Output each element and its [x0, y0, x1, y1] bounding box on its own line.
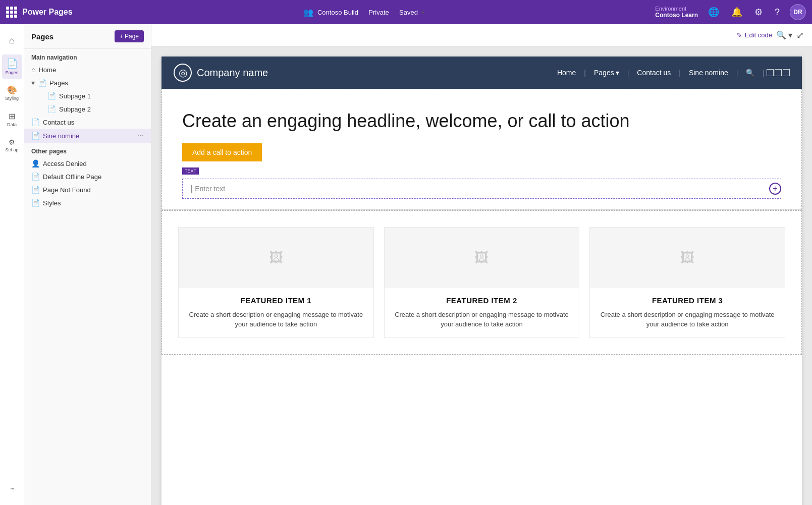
nav-item-offline[interactable]: 📄 Default Offline Page	[24, 170, 151, 183]
featured-item-title-2: FEATURED ITEM 2	[393, 296, 571, 305]
content-area: ✎ Edit code 🔍 ▾ ⤢ ◎ Company name	[151, 24, 812, 505]
nav-item-sine-nomine[interactable]: 📄 Sine nomine ···	[24, 129, 151, 143]
add-page-button[interactable]: + Page	[115, 30, 144, 42]
access-denied-icon: 👤	[31, 159, 40, 167]
nav-item-pages-label: Pages	[49, 79, 144, 87]
sidebar-styling-label: Styling	[5, 96, 19, 101]
nav-sep-3: |	[679, 69, 681, 77]
featured-item-title-3: FEATURED ITEM 3	[598, 296, 777, 305]
featured-image-1: 🖼	[179, 228, 373, 288]
nav-item-home[interactable]: ⌂ Home	[24, 63, 151, 76]
add-section-button[interactable]: +	[769, 183, 781, 195]
nav-link-home[interactable]: Home	[551, 66, 582, 80]
sidebar-item-home[interactable]: ⌂	[2, 28, 22, 52]
nav-item-contact-label: Contact us	[43, 119, 144, 126]
site-nav-links: Home | Pages▾ | Contact us | Sine nomine…	[551, 66, 790, 80]
nav-item-pages[interactable]: ▾ 📄 Pages	[24, 76, 151, 89]
nav-link-pages[interactable]: Pages▾	[588, 66, 625, 80]
site-logo-icon: ◎	[174, 64, 192, 82]
home-nav-icon: ⌂	[31, 66, 35, 74]
site-privacy: -	[362, 9, 364, 16]
edit-code-label: Edit code	[745, 31, 772, 39]
contact-icon: 📄	[31, 118, 40, 126]
pages-panel-header: Pages + Page	[24, 24, 151, 49]
pages-nav-icon: 📄	[38, 79, 46, 87]
site-sep: -	[393, 9, 395, 16]
edit-toolbar: ✎ Edit code 🔍 ▾ ⤢	[151, 24, 812, 46]
sidebar-item-styling[interactable]: 🎨 Styling	[2, 81, 22, 105]
more-options-icon[interactable]: ···	[137, 131, 144, 140]
nav-item-contact[interactable]: 📄 Contact us	[24, 116, 151, 129]
nav-item-subpage1[interactable]: 📄 Subpage 1	[24, 89, 151, 102]
expand-button[interactable]: ⤢	[796, 30, 804, 41]
logo-circle-icon: ◎	[179, 67, 187, 79]
nav-sep-2: |	[627, 69, 629, 77]
subpage1-icon: 📄	[47, 92, 56, 100]
cursor-icon: |	[191, 184, 193, 193]
zoom-button[interactable]: 🔍	[776, 30, 786, 40]
image-placeholder-icon-2: 🖼	[474, 249, 489, 266]
more-icon: ···	[10, 484, 14, 493]
nav-link-sine[interactable]: Sine nomine	[683, 66, 734, 80]
image-placeholder-icon-3: 🖼	[680, 249, 694, 266]
featured-card-body-3: FEATURED ITEM 3 Create a short descripti…	[590, 288, 785, 338]
nav-sep-5: |	[763, 69, 765, 77]
home-icon: ⌂	[9, 35, 15, 46]
featured-card-2: 🖼 FEATURED ITEM 2 Create a short descrip…	[384, 227, 580, 338]
zoom-dropdown-button[interactable]: ▾	[788, 30, 792, 40]
settings-icon[interactable]: ⚙	[752, 5, 765, 20]
offline-icon: 📄	[31, 173, 40, 181]
image-placeholder-icon-1: 🖼	[269, 249, 283, 266]
nav-item-styles[interactable]: 📄 Styles	[24, 196, 151, 209]
edit-code-button[interactable]: ✎ Edit code	[736, 31, 772, 39]
pages-panel: Pages + Page Main navigation ⌂ Home ▾ 📄 …	[24, 24, 151, 505]
main-nav-title: Main navigation	[24, 49, 151, 63]
sidebar-item-pages[interactable]: 📄 Pages	[2, 54, 22, 79]
sidebar-setup-label: Set up	[5, 147, 18, 152]
nav-item-not-found[interactable]: 📄 Page Not Found	[24, 183, 151, 196]
company-name: Company name	[197, 67, 268, 79]
nav-item-home-label: Home	[38, 66, 144, 74]
sidebar-item-setup[interactable]: ⚙ Set up	[2, 133, 22, 157]
pages-panel-title: Pages	[31, 32, 53, 41]
nav-link-contact[interactable]: Contact us	[631, 66, 677, 80]
sidebar-item-data[interactable]: ⊞ Data	[2, 107, 22, 131]
top-bar: Power Pages 👥 Contoso Build - Private - …	[0, 0, 812, 24]
enter-text-row[interactable]: | Enter text +	[182, 179, 781, 199]
apps-icon[interactable]	[6, 7, 17, 18]
nav-sep-1: |	[584, 69, 586, 77]
featured-card-1: 🖼 FEATURED ITEM 1 Create a short descrip…	[178, 227, 374, 338]
avatar[interactable]: DR	[790, 4, 806, 20]
help-icon[interactable]: ?	[773, 5, 782, 20]
notification-icon[interactable]: 🔔	[729, 5, 744, 20]
nav-search-icon[interactable]: 🔍	[740, 66, 761, 80]
sidebar-item-more[interactable]: ···	[2, 477, 22, 501]
nav-item-access-denied-label: Access Denied	[43, 160, 144, 167]
setup-icon: ⚙	[9, 138, 15, 146]
environment-icon[interactable]: 🌐	[706, 5, 721, 20]
sidebar-pages-label: Pages	[6, 70, 19, 75]
featured-card-body-1: FEATURED ITEM 1 Create a short descripti…	[179, 288, 373, 338]
edit-code-icon: ✎	[736, 31, 742, 39]
nav-item-access-denied[interactable]: 👤 Access Denied	[24, 157, 151, 170]
data-icon: ⊞	[9, 111, 15, 121]
env-name: Contoso Learn	[655, 12, 698, 19]
styling-icon: 🎨	[7, 85, 17, 95]
nav-item-subpage2[interactable]: 📄 Subpage 2	[24, 102, 151, 116]
hero-headline: Create an engaging headline, welcome, or…	[182, 109, 781, 133]
nav-sep-4: |	[736, 69, 738, 77]
nav-item-not-found-label: Page Not Found	[43, 186, 144, 194]
app-title: Power Pages	[22, 8, 73, 17]
site-nav: ◎ Company name Home | Pages▾ | Contact u…	[161, 57, 802, 89]
sidebar-data-label: Data	[7, 122, 17, 127]
featured-image-3: 🖼	[590, 228, 785, 288]
env-label: Environment	[655, 6, 698, 12]
site-privacy-label: Private	[368, 9, 389, 16]
icon-sidebar: ⌂ 📄 Pages 🎨 Styling ⊞ Data ⚙ Set up ···	[0, 24, 24, 505]
styles-icon: 📄	[31, 199, 40, 207]
featured-card-3: 🖼 FEATURED ITEM 3 Create a short descrip…	[589, 227, 785, 338]
site-dropdown-arrow[interactable]: ▾	[422, 10, 424, 15]
other-pages-title: Other pages	[24, 143, 151, 157]
cta-button[interactable]: Add a call to action	[182, 143, 262, 161]
site-name: Contoso Build	[317, 9, 358, 16]
